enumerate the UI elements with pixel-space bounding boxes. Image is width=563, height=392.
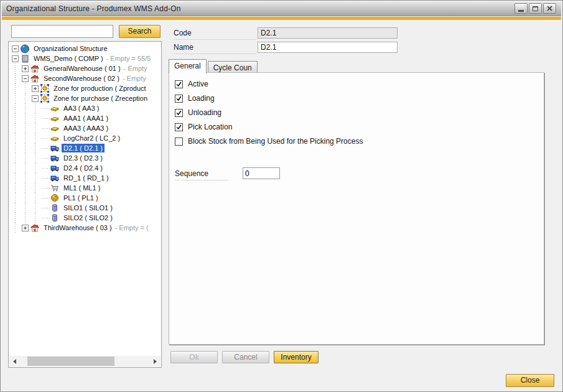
tree-guide-line [12, 183, 22, 193]
sequence-input[interactable] [243, 167, 280, 179]
tree-item-label[interactable]: Zone for production ( Zproduct [52, 84, 148, 93]
unchecked-checkbox-icon[interactable] [175, 138, 183, 146]
collapse-icon[interactable] [22, 75, 29, 82]
minimize-button[interactable] [514, 3, 528, 14]
tree-item[interactable]: ML1 ( ML1 ) [9, 183, 161, 193]
tree-guide-line [12, 63, 22, 73]
tree-item[interactable]: Zone for production ( Zproduct [9, 83, 161, 93]
tree-item-label[interactable]: PL1 ( PL1 ) [62, 194, 100, 202]
zone-icon [40, 83, 50, 93]
tree-item[interactable]: LogChar2 ( LC_2 ) [9, 133, 161, 143]
tree-item-label[interactable]: SILO1 ( SILO1 ) [62, 203, 114, 212]
tree-guide-line [32, 183, 42, 193]
tree-item-label[interactable]: GeneralWarehouse ( 01 ) [42, 64, 123, 73]
window-controls [514, 3, 556, 14]
org-structure-tree: Organizational StructureWMS_Demo ( COMP … [8, 41, 162, 368]
tree-guide-line [32, 143, 42, 153]
checked-checkbox-icon[interactable] [175, 123, 183, 131]
expand-icon[interactable] [22, 65, 29, 72]
tree-item[interactable]: Organizational Structure [9, 44, 161, 54]
checkbox-row[interactable]: Active [175, 79, 208, 89]
expand-icon[interactable] [22, 225, 29, 231]
tree-guide-line [32, 163, 42, 173]
scroll-thumb[interactable] [27, 357, 114, 366]
tree-item[interactable]: Zone for purchase ( Zreception [9, 93, 161, 103]
checked-checkbox-icon[interactable] [175, 80, 183, 88]
tree-item-label[interactable]: SecondWarehouse ( 02 ) [42, 74, 121, 83]
ok-button[interactable]: Ok [170, 351, 218, 363]
name-label: Name [174, 43, 256, 54]
collapse-icon[interactable] [12, 45, 19, 52]
tree-connector [42, 188, 50, 189]
close-button[interactable]: Close [506, 374, 554, 387]
tree-item[interactable]: D2.4 ( D2.4 ) [9, 163, 161, 173]
collapse-icon[interactable] [12, 55, 19, 62]
checked-checkbox-icon[interactable] [175, 109, 183, 117]
tab-general[interactable]: General [169, 59, 207, 74]
tree-item-label[interactable]: Organizational Structure [32, 44, 109, 53]
tree-item[interactable]: SecondWarehouse ( 02 ) - Empty [9, 73, 161, 83]
sphere-icon [50, 193, 60, 203]
checkbox-row[interactable]: Block Stock from Being Used for the Pick… [175, 136, 363, 146]
tree-guide-line [22, 203, 32, 213]
title-bar[interactable]: Organizational Structure - Produmex WMS … [2, 2, 561, 16]
cancel-button[interactable]: Cancel [222, 351, 269, 363]
scroll-track[interactable] [20, 356, 150, 366]
tree-item-label[interactable]: LogChar2 ( LC_2 ) [62, 134, 122, 142]
close-window-button[interactable] [543, 3, 556, 14]
close-icon [547, 6, 552, 11]
expand-icon[interactable] [32, 85, 39, 92]
tree-item-status: - Empty [121, 75, 146, 82]
tree-item-label[interactable]: RD_1 ( RD_1 ) [62, 174, 111, 182]
name-field[interactable] [258, 42, 398, 53]
tree-guide-line [32, 213, 42, 223]
tree-guide-line [12, 193, 22, 203]
tree-item-label[interactable]: D2.4 ( D2.4 ) [62, 164, 105, 172]
scroll-right-button[interactable] [150, 356, 161, 366]
tree-item[interactable]: SILO2 ( SILO2 ) [9, 213, 161, 223]
tree-connector [42, 148, 50, 149]
tree-item-label[interactable]: ML1 ( ML1 ) [62, 184, 102, 192]
tree-item-label[interactable]: AAA3 ( AAA3 ) [62, 124, 110, 133]
tree-item[interactable]: AA3 ( AA3 ) [9, 103, 161, 113]
collapse-icon[interactable] [32, 95, 39, 102]
tree-item[interactable]: ThirdWarehouse ( 03 ) - Empty = ( [9, 223, 161, 233]
tree-guide-line [22, 133, 32, 143]
search-input[interactable] [11, 25, 113, 38]
tree-item[interactable]: AAA1 ( AAA1 ) [9, 113, 161, 123]
silo-icon [50, 203, 60, 213]
inventory-button[interactable]: Inventory [274, 351, 319, 363]
tree-item[interactable]: RD_1 ( RD_1 ) [9, 173, 161, 183]
tree-guide-line [12, 83, 22, 93]
checkbox-row[interactable]: Pick Location [175, 122, 232, 132]
globe-icon [20, 44, 30, 54]
tree-item[interactable]: D2.1 ( D2.1 ) [9, 143, 161, 153]
tree-item[interactable]: SILO1 ( SILO1 ) [9, 203, 161, 213]
tree-connector [42, 198, 50, 198]
maximize-button[interactable] [529, 3, 542, 14]
company-icon [20, 54, 30, 63]
search-button[interactable]: Search [119, 25, 161, 38]
tree-item-label[interactable]: Zone for purchase ( Zreception [52, 94, 149, 103]
tree-item[interactable]: WMS_Demo ( COMP ) - Empty = 55/5 [9, 54, 161, 63]
tree-item[interactable]: AAA3 ( AAA3 ) [9, 123, 161, 133]
tree-item-label[interactable]: SILO2 ( SILO2 ) [62, 213, 114, 222]
tree-item[interactable]: D2.3 ( D2.3 ) [9, 153, 161, 163]
tree-item-label[interactable]: AAA1 ( AAA1 ) [62, 114, 110, 123]
tree-guide-line [12, 93, 22, 103]
tree-item-label[interactable]: D2.1 ( D2.1 ) [62, 144, 105, 152]
checkbox-row[interactable]: Loading [175, 93, 215, 103]
warehouse-icon [30, 223, 40, 233]
tree-item-label[interactable]: D2.3 ( D2.3 ) [62, 154, 105, 162]
horizontal-scrollbar[interactable] [9, 356, 161, 366]
tree-item-label[interactable]: ThirdWarehouse ( 03 ) [42, 223, 114, 232]
tree-item[interactable]: GeneralWarehouse ( 01 ) - Empty [9, 63, 161, 73]
tree-guide-line [22, 103, 32, 113]
tree-item-label[interactable]: AA3 ( AA3 ) [62, 104, 101, 113]
tree-item-label[interactable]: WMS_Demo ( COMP ) [32, 54, 105, 63]
checked-checkbox-icon[interactable] [175, 95, 183, 103]
tree-item[interactable]: PL1 ( PL1 ) [9, 193, 161, 203]
checkbox-row[interactable]: Unloading [175, 108, 221, 118]
scroll-left-button[interactable] [9, 356, 20, 366]
bin-icon [50, 113, 60, 123]
